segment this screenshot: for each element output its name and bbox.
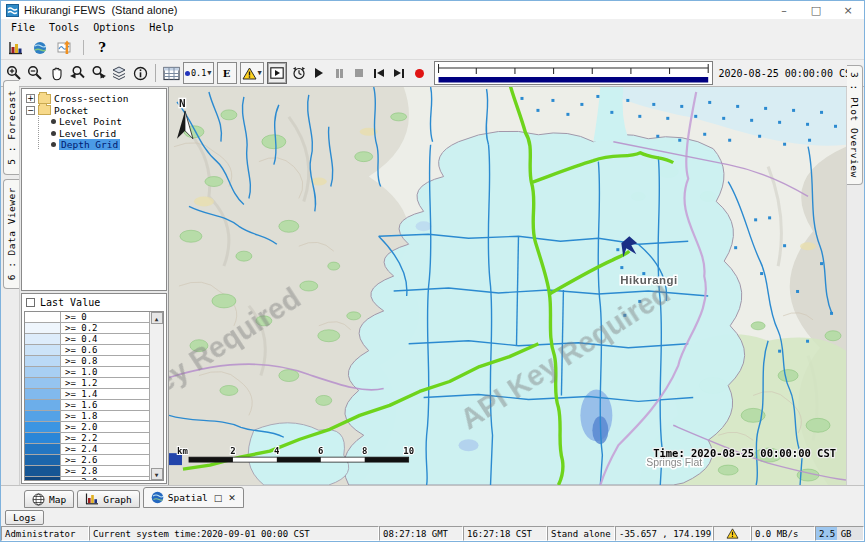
legend-row[interactable]: >= 2.4 xyxy=(25,444,149,455)
last-value-option[interactable]: Last Value xyxy=(22,294,166,310)
maximize-button[interactable]: □ xyxy=(800,1,832,19)
layers-icon[interactable] xyxy=(109,62,129,84)
data-viewer-panel: + Cross-section − Pocket Level Point Lev… xyxy=(20,87,169,485)
menu-item[interactable]: Options xyxy=(86,21,142,34)
wire-globe-icon xyxy=(32,493,45,506)
tab-maximize-icon[interactable]: □ xyxy=(214,493,223,503)
pan-hand-icon[interactable] xyxy=(46,62,66,84)
legend-row[interactable]: >= 1.0 xyxy=(25,367,149,378)
pause-button[interactable] xyxy=(330,62,349,84)
grid-layer-icon[interactable] xyxy=(161,62,181,84)
info-icon[interactable] xyxy=(130,62,150,84)
legend-row[interactable]: >= 2.6 xyxy=(25,455,149,466)
left-tab-strip: 5 : Forecast 6 : Data Viewer xyxy=(1,87,20,485)
map-toolbar-separator xyxy=(155,64,156,82)
warning-icon xyxy=(726,528,739,539)
status-system-time: Current system time:2020-09-01 00:00 CST xyxy=(89,526,379,541)
tab-forecast[interactable]: 5 : Forecast xyxy=(3,80,19,175)
status-mode: Stand alone xyxy=(547,526,615,541)
tab-close-icon[interactable]: ✕ xyxy=(228,493,236,503)
tree-item-level-grid[interactable]: Level Grid xyxy=(24,128,164,140)
tree-item-depth-grid[interactable]: Depth Grid xyxy=(24,139,164,151)
chart-export-icon[interactable] xyxy=(54,38,76,58)
status-user: Administrator xyxy=(1,526,89,541)
tree-item-level-point[interactable]: Level Point xyxy=(24,116,164,128)
menu-item[interactable]: Help xyxy=(142,21,180,34)
legend-row[interactable]: >= 0.8 xyxy=(25,356,149,367)
record-button[interactable] xyxy=(410,62,429,84)
tab-data-viewer[interactable]: 6 : Data Viewer xyxy=(3,179,19,289)
scroll-up-icon[interactable]: ▲ xyxy=(151,312,163,324)
application-window: Hikurangi FEWS (Stand alone) – □ × FileT… xyxy=(0,0,865,542)
expand-icon[interactable]: + xyxy=(26,94,35,103)
legend-row[interactable]: >= 0.2 xyxy=(25,323,149,334)
svg-text:4: 4 xyxy=(274,446,279,456)
tab-spatial[interactable]: Spatial □ ✕ xyxy=(143,487,244,508)
menu-item[interactable]: Tools xyxy=(42,21,86,34)
legend-color-swatch xyxy=(25,477,61,480)
legend-color-swatch xyxy=(25,323,61,333)
legend-color-swatch xyxy=(25,334,61,344)
animation-settings-icon[interactable] xyxy=(289,62,309,84)
legend-color-swatch xyxy=(25,389,61,399)
legend-color-swatch xyxy=(25,367,61,377)
close-button[interactable]: × xyxy=(832,1,864,19)
bar-chart-icon xyxy=(85,493,99,505)
skip-to-end-button[interactable] xyxy=(390,62,409,84)
tab-map[interactable]: Map xyxy=(24,490,74,508)
legend-row[interactable]: >= 0.4 xyxy=(25,334,149,345)
logs-row: Logs xyxy=(1,508,864,526)
skip-to-start-button[interactable] xyxy=(370,62,389,84)
legend-row[interactable]: >= 1.8 xyxy=(25,411,149,422)
chevron-down-icon: ▼ xyxy=(207,69,211,77)
zoom-out-icon[interactable] xyxy=(25,62,45,84)
map-time-overlay: Time: 2020-08-25 00:00:00 CST xyxy=(653,447,836,459)
tab-plot-overview[interactable]: 3 : Plot Overview xyxy=(847,65,863,185)
status-local-time: 16:27:18 CST xyxy=(463,526,547,541)
status-gmt-time: 08:27:18 GMT xyxy=(379,526,463,541)
status-warning-cell[interactable] xyxy=(713,526,751,541)
globe-icon[interactable] xyxy=(29,38,51,58)
database-chart-icon[interactable] xyxy=(4,38,26,58)
tree-item-pocket[interactable]: − Pocket xyxy=(24,105,164,117)
collapse-icon[interactable]: − xyxy=(26,106,35,115)
logs-button[interactable]: Logs xyxy=(5,510,44,525)
help-button[interactable]: ? xyxy=(91,38,113,58)
filter-tree: + Cross-section − Pocket Level Point Lev… xyxy=(21,88,167,291)
legend-color-swatch xyxy=(25,433,61,443)
elevation-button[interactable]: E xyxy=(217,62,237,84)
tab-graph[interactable]: Graph xyxy=(77,490,140,508)
scroll-down-icon[interactable]: ▼ xyxy=(151,468,163,480)
right-tab-strip: 3 : Plot Overview xyxy=(846,87,864,485)
legend-row[interactable]: >= 1.2 xyxy=(25,378,149,389)
menu-item[interactable]: File xyxy=(4,21,42,34)
last-value-checkbox[interactable] xyxy=(26,298,35,307)
legend-row[interactable]: >= 1.6 xyxy=(25,400,149,411)
legend-row[interactable]: >= 3.0 xyxy=(25,477,149,480)
warning-layer-dropdown[interactable]: ▼ xyxy=(240,62,264,84)
map-viewport[interactable]: API Key Required API Key Required Hikura… xyxy=(169,87,846,485)
legend-rows: >= 0 >= 0.2 >= 0.4 xyxy=(25,312,149,480)
legend-row[interactable]: >= 0.6 xyxy=(25,345,149,356)
zoom-previous-icon[interactable] xyxy=(67,62,87,84)
legend-scrollbar[interactable]: ▲ ▼ xyxy=(149,312,163,480)
legend-row[interactable]: >= 2.0 xyxy=(25,422,149,433)
play-button[interactable] xyxy=(310,62,329,84)
timeline-slider[interactable] xyxy=(434,61,713,85)
legend-color-swatch xyxy=(25,444,61,454)
stop-button[interactable] xyxy=(350,62,369,84)
legend-row[interactable]: >= 2.2 xyxy=(25,433,149,444)
contour-scale-dropdown[interactable]: 0.1 ▼ xyxy=(183,62,214,84)
svg-text:N: N xyxy=(179,97,186,110)
tree-connector xyxy=(38,116,39,149)
folder-icon xyxy=(38,94,51,104)
legend-color-swatch xyxy=(25,312,61,322)
legend-color-swatch xyxy=(25,466,61,476)
zoom-next-icon[interactable] xyxy=(88,62,108,84)
legend-row[interactable]: >= 0 xyxy=(25,312,149,323)
legend-row[interactable]: >= 2.8 xyxy=(25,466,149,477)
legend-color-swatch xyxy=(25,455,61,465)
legend-row[interactable]: >= 1.4 xyxy=(25,389,149,400)
animation-mode-button[interactable] xyxy=(267,62,287,84)
minimize-button[interactable]: – xyxy=(768,1,800,19)
